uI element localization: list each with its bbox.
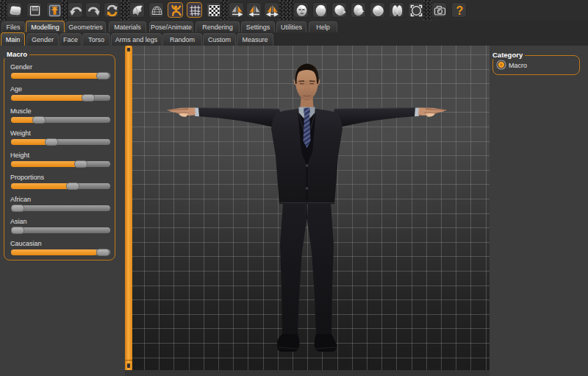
svg-text:?: ?: [456, 4, 464, 17]
